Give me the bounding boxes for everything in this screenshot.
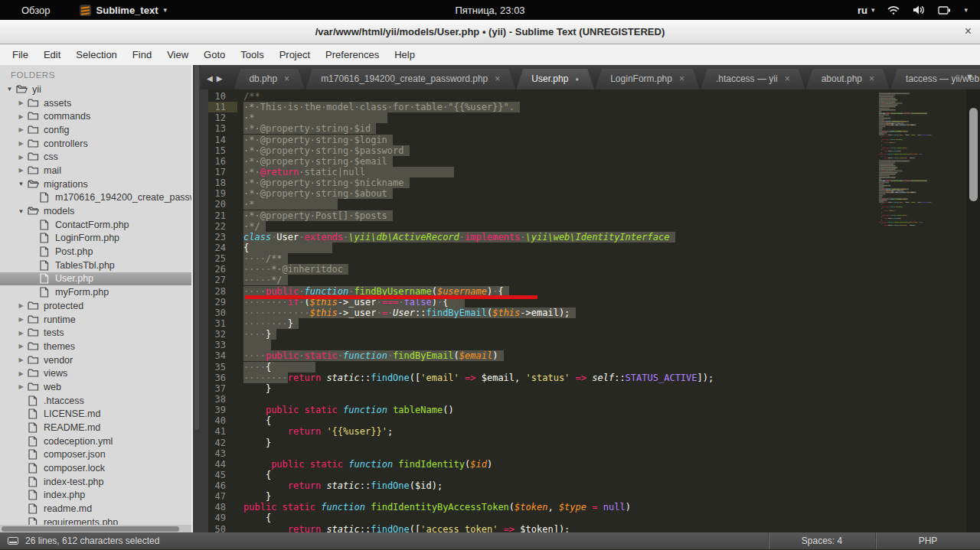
code-line[interactable]: 35····{: [208, 362, 980, 373]
expand-arrow-icon[interactable]: ▶: [16, 343, 26, 350]
sidebar-item-TablesTbl.php[interactable]: TablesTbl.php: [0, 259, 191, 272]
sidebar-item-assets[interactable]: ▶assets: [0, 96, 191, 110]
code-line[interactable]: 31········}: [208, 318, 980, 329]
code-line[interactable]: 39 public static function tableName(): [208, 405, 980, 415]
tab-db.php[interactable]: db.php×: [234, 69, 305, 89]
code-line[interactable]: 21·*·@property·Post[]·$posts: [208, 210, 980, 221]
clock[interactable]: Пятница, 23:03: [0, 5, 980, 16]
volume-icon[interactable]: [913, 5, 925, 15]
tab-close-icon[interactable]: ×: [284, 69, 289, 89]
menu-item-view[interactable]: View: [159, 46, 196, 63]
sidebar-item-mail[interactable]: ▶mail: [0, 164, 191, 177]
menu-item-help[interactable]: Help: [387, 46, 423, 63]
sidebar-item-Post.php[interactable]: Post.php: [0, 245, 191, 259]
menu-item-selection[interactable]: Selection: [68, 46, 124, 63]
code-line[interactable]: 42 }: [208, 438, 980, 448]
code-line[interactable]: 10/**: [208, 91, 980, 102]
sidebar-item-migrations[interactable]: ▼migrations: [0, 177, 191, 191]
menu-item-edit[interactable]: Edit: [36, 46, 68, 63]
expand-arrow-icon[interactable]: ▶: [16, 167, 26, 174]
code-line[interactable]: 16·*·@property·string·$email: [208, 156, 980, 167]
code-line[interactable]: 22·*/: [208, 221, 980, 232]
sidebar-item-User.php[interactable]: User.php: [0, 272, 191, 286]
sidebar-vscroll-track[interactable]: [193, 65, 201, 532]
sidebar-item-ContactForm.php[interactable]: ContactForm.php: [0, 218, 191, 232]
collapse-arrow-icon[interactable]: ▼: [16, 181, 26, 187]
expand-arrow-icon[interactable]: ▶: [16, 154, 26, 161]
code-line[interactable]: 15·*·@property·string·$password: [208, 145, 980, 156]
expand-arrow-icon[interactable]: ▶: [16, 383, 26, 390]
tab-.htaccess-yii[interactable]: .htaccess — yii×: [701, 69, 805, 89]
sidebar-item-LICENSE.md[interactable]: LICENSE.md: [0, 408, 191, 421]
system-menu-chevron-icon[interactable]: ▾: [964, 6, 968, 14]
menu-item-file[interactable]: File: [5, 46, 36, 63]
expand-arrow-icon[interactable]: ▶: [16, 126, 26, 133]
sidebar-item-.htaccess[interactable]: .htaccess: [0, 394, 191, 408]
code-line[interactable]: 24{: [208, 242, 980, 253]
code-line[interactable]: 19·*·@property·string·$about: [208, 188, 980, 199]
sidebar-item-index.php[interactable]: index.php: [0, 489, 191, 503]
sidebar-item-controllers[interactable]: ▶controllers: [0, 137, 191, 151]
expand-arrow-icon[interactable]: ▶: [16, 330, 26, 337]
sidebar-item-models[interactable]: ▼models: [0, 204, 191, 218]
menu-item-project[interactable]: Project: [272, 46, 318, 63]
code-line[interactable]: 37 }: [208, 383, 980, 394]
code-line[interactable]: 44 public static function findIdentity($…: [208, 459, 980, 470]
code-line[interactable]: 48public static function findIdentityByA…: [208, 502, 980, 513]
code-line[interactable]: 32····}: [208, 329, 980, 340]
expand-arrow-icon[interactable]: ▶: [16, 370, 26, 377]
tab-overflow-icon[interactable]: ▼: [965, 72, 974, 81]
menu-item-goto[interactable]: Goto: [196, 46, 233, 63]
sidebar-item-css[interactable]: ▶css: [0, 150, 191, 164]
code-line[interactable]: 46 return static::findOne($id);: [208, 480, 980, 491]
sidebar-item-myForm.php[interactable]: myForm.php: [0, 285, 191, 299]
collapse-arrow-icon[interactable]: ▼: [5, 86, 15, 93]
tab-about.php[interactable]: about.php×: [806, 69, 890, 89]
sidebar-item-runtime[interactable]: ▶runtime: [0, 313, 191, 327]
code-line[interactable]: 43: [208, 448, 980, 459]
sidebar-item-README.md[interactable]: README.md: [0, 421, 191, 434]
minimap[interactable]: /**·*·This·is·the·model·class·for·table·…: [879, 91, 965, 519]
sidebar-item-web[interactable]: ▶web: [0, 380, 191, 394]
sidebar-item-themes[interactable]: ▶themes: [0, 340, 191, 353]
sidebar-item-readme.md[interactable]: readme.md: [0, 502, 191, 516]
keyboard-layout-indicator[interactable]: ru ▾: [858, 5, 875, 16]
code-line[interactable]: 25····/**: [208, 253, 980, 264]
sidebar-vscroll-thumb[interactable]: [194, 65, 199, 430]
tab-LoginForm.php[interactable]: LoginForm.php×: [595, 69, 700, 89]
code-line[interactable]: 12·*: [208, 112, 980, 123]
sidebar-item-commands[interactable]: ▶commands: [0, 109, 191, 123]
sidebar-item-m170616-194200-create-password.[interactable]: m170616_194200_create_password.: [0, 191, 191, 205]
expand-arrow-icon[interactable]: ▶: [16, 316, 26, 323]
sidebar-item-LoginForm.php[interactable]: LoginForm.php: [0, 232, 191, 246]
tab-close-icon[interactable]: ×: [495, 69, 500, 89]
tab-close-icon[interactable]: ×: [679, 69, 684, 89]
tab-close-icon[interactable]: ×: [869, 69, 874, 89]
expand-arrow-icon[interactable]: ▶: [16, 99, 26, 106]
syntax-mode[interactable]: PHP: [875, 532, 980, 549]
code-line[interactable]: 41 return '{{%user}}';: [208, 426, 980, 437]
code-line[interactable]: 45 {: [208, 470, 980, 480]
tab-close-icon[interactable]: ×: [785, 69, 790, 89]
sidebar-item-vendor[interactable]: ▶vendor: [0, 353, 191, 367]
sidebar-hscroll-thumb[interactable]: [2, 526, 179, 532]
battery-icon[interactable]: [938, 5, 951, 15]
expand-arrow-icon[interactable]: ▶: [16, 140, 26, 147]
indent-setting[interactable]: Spaces: 4: [768, 532, 875, 549]
menu-item-preferences[interactable]: Preferences: [318, 46, 387, 63]
tab-User.php[interactable]: User.php●: [516, 69, 594, 89]
code-line[interactable]: 50 return static::findOne(['access_token…: [208, 524, 980, 532]
code-line[interactable]: 18·*·@property·string·$nickname: [208, 177, 980, 188]
code-line[interactable]: 11·*·This·is·the·model·class·for·table·"…: [208, 102, 980, 112]
wifi-icon[interactable]: [887, 5, 900, 15]
sidebar-item-composer.json[interactable]: composer.json: [0, 448, 191, 462]
tab-scroll-right-icon[interactable]: ▶: [217, 74, 227, 83]
code-line[interactable]: 49 {: [208, 513, 980, 523]
tab-scroll-left-icon[interactable]: ◀: [207, 74, 217, 83]
code-line[interactable]: 47 }: [208, 491, 980, 502]
sidebar-item-protected[interactable]: ▶protected: [0, 299, 191, 313]
sidebar-item-codeception.yml[interactable]: codeception.yml: [0, 434, 191, 448]
code-line[interactable]: 23class·User·extends·\yii\db\ActiveRecor…: [208, 232, 980, 242]
editor-vscroll-track[interactable]: [966, 89, 980, 532]
code-line[interactable]: 30············$this->_user·=·User::findB…: [208, 308, 980, 318]
